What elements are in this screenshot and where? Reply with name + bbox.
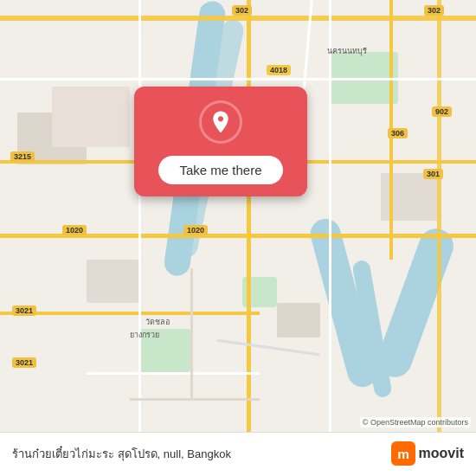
info-bar: ร้านก๋วยเตี๋ยวไก่มะระ สุดโปรด, null, Ban… (0, 432, 476, 476)
minor-road-2 (138, 0, 141, 476)
minor-road-5 (87, 372, 260, 375)
label-4018: 4018 (267, 65, 291, 75)
map-background (0, 0, 476, 476)
label-yang-kruai: ยางกรวย (130, 329, 159, 341)
label-306: 306 (388, 128, 408, 138)
minor-road-7 (190, 268, 193, 398)
road-top-h (0, 16, 476, 21)
pin-icon (199, 100, 242, 144)
minor-road-1 (0, 78, 476, 80)
map-pin-svg (208, 109, 234, 135)
label-302: 302 (232, 5, 252, 16)
osm-attribution: © OpenStreetMap contributors (360, 417, 471, 428)
minor-road-6 (130, 398, 260, 401)
block-3 (277, 303, 320, 338)
location-card: Take me there (134, 87, 307, 196)
label-1020b: 1020 (183, 225, 208, 235)
map-container: 302 302 4018 306 301 3215 1020 1020 3021… (0, 0, 476, 476)
block-2 (87, 260, 138, 303)
label-3215: 3215 (10, 151, 35, 162)
moovit-logo-icon: m (391, 441, 415, 466)
label-301: 301 (423, 169, 443, 179)
svg-text:m: m (397, 447, 409, 461)
label-902: 902 (432, 106, 452, 117)
road-3021 (0, 312, 260, 315)
moovit-logo-text: moovit (419, 446, 464, 461)
label-302b: 302 (424, 5, 444, 16)
take-me-there-button[interactable]: Take me there (158, 156, 282, 184)
minor-road-3 (329, 0, 331, 476)
moovit-logo: m moovit (391, 441, 464, 466)
road-302 (247, 0, 251, 476)
label-nonthaburi: นครนนทบุรี (327, 45, 367, 57)
label-wat-chot: วัดชลอ (145, 316, 170, 328)
road-302b (437, 0, 441, 476)
label-3021a: 3021 (12, 306, 36, 316)
label-3021b: 3021 (12, 357, 36, 368)
place-name: ร้านก๋วยเตี๋ยวไก่มะระ สุดโปรด, null, Ban… (12, 445, 391, 463)
label-1020a: 1020 (62, 225, 87, 235)
block-5 (52, 87, 130, 147)
